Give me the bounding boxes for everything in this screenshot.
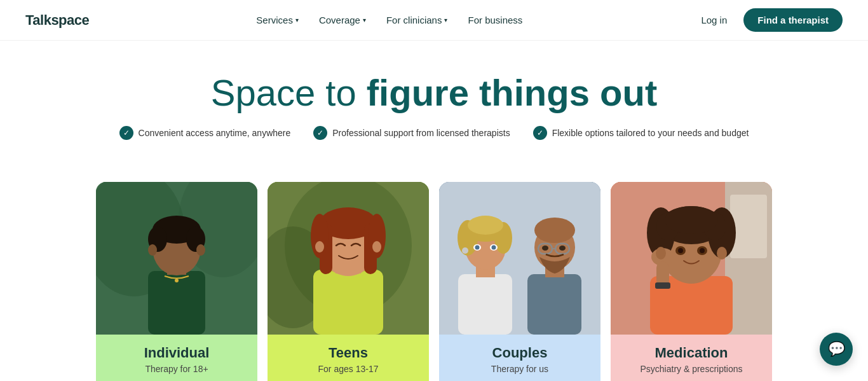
card-individual: Individual Therapy for 18+ Get started <box>96 182 257 381</box>
svg-point-33 <box>468 216 503 235</box>
nav-links: Services ▾ Coverage ▾ For clinicians ▾ F… <box>247 10 531 31</box>
svg-point-68 <box>656 247 666 260</box>
card-medication: Medication Psychiatry & prescriptions Ge… <box>611 182 772 381</box>
card-medication-title: Medication <box>655 345 728 361</box>
card-couples-body: Couples Therapy for us Get started <box>439 335 600 381</box>
svg-rect-51 <box>730 195 767 258</box>
card-individual-body: Individual Therapy for 18+ Get started <box>96 335 257 381</box>
card-teens-subtitle: For ages 13-17 <box>318 364 379 374</box>
svg-point-9 <box>148 244 157 256</box>
svg-point-47 <box>559 246 566 251</box>
card-couples-title: Couples <box>492 345 548 361</box>
svg-rect-67 <box>655 282 670 289</box>
coverage-chevron-icon: ▾ <box>363 17 366 24</box>
svg-rect-39 <box>527 274 581 335</box>
logo[interactable]: Talkspace <box>25 12 89 29</box>
card-medication-image <box>611 182 772 335</box>
svg-point-37 <box>475 245 480 249</box>
card-individual-image <box>96 182 257 335</box>
hero-feature-1: ✓ Convenient access anytime, anywhere <box>119 126 291 140</box>
svg-point-11 <box>175 279 179 282</box>
check-icon-2: ✓ <box>313 126 327 140</box>
hero-features: ✓ Convenient access anytime, anywhere ✓ … <box>25 126 843 140</box>
svg-point-69 <box>717 247 727 260</box>
chat-bubble-button[interactable]: 💬 <box>820 333 853 366</box>
svg-point-46 <box>542 246 548 251</box>
card-medication-body: Medication Psychiatry & prescriptions Ge… <box>611 335 772 381</box>
svg-point-42 <box>534 218 575 243</box>
card-couples-subtitle: Therapy for us <box>491 364 548 374</box>
clinicians-chevron-icon: ▾ <box>444 17 447 24</box>
svg-point-10 <box>196 244 205 256</box>
find-therapist-button[interactable]: Find a therapist <box>743 8 843 32</box>
card-teens-title: Teens <box>329 345 368 361</box>
svg-point-23 <box>315 241 324 253</box>
nav-clinicians[interactable]: For clinicians ▾ <box>377 10 457 31</box>
nav-services[interactable]: Services ▾ <box>247 10 308 31</box>
card-individual-subtitle: Therapy for 18+ <box>145 364 208 374</box>
nav-actions: Log in Find a therapist <box>689 8 843 32</box>
hero-feature-3: ✓ Flexible options tailored to your need… <box>533 126 749 140</box>
login-button[interactable]: Log in <box>689 10 738 31</box>
svg-point-64 <box>700 248 705 253</box>
cards-section: Individual Therapy for 18+ Get started <box>0 182 868 381</box>
card-teens-body: Teens For ages 13-17 Get started <box>268 335 429 381</box>
hero-section: Space to figure things out ✓ Convenient … <box>0 41 868 182</box>
svg-point-34 <box>462 247 468 254</box>
card-couples-image <box>439 182 600 335</box>
card-individual-title: Individual <box>144 345 210 361</box>
svg-point-38 <box>492 245 496 249</box>
services-chevron-icon: ▾ <box>295 17 299 24</box>
svg-point-63 <box>678 248 683 253</box>
svg-rect-15 <box>313 270 383 335</box>
check-icon-3: ✓ <box>533 126 547 140</box>
card-couples: Couples Therapy for us Get started <box>439 182 600 381</box>
nav-business[interactable]: For business <box>459 10 531 31</box>
svg-point-60 <box>665 206 718 234</box>
hero-title: Space to figure things out <box>25 73 843 113</box>
chat-bubble-icon: 💬 <box>828 341 845 357</box>
navbar: Talkspace Services ▾ Coverage ▾ For clin… <box>0 0 868 41</box>
svg-point-24 <box>372 241 381 253</box>
svg-rect-27 <box>458 274 512 335</box>
card-teens: Teens For ages 13-17 Get started <box>268 182 429 381</box>
card-medication-subtitle: Psychiatry & prescriptions <box>640 364 742 374</box>
check-icon-1: ✓ <box>119 126 133 140</box>
nav-coverage[interactable]: Coverage ▾ <box>310 10 375 31</box>
hero-feature-2: ✓ Professional support from licensed the… <box>313 126 510 140</box>
card-teens-image <box>268 182 429 335</box>
